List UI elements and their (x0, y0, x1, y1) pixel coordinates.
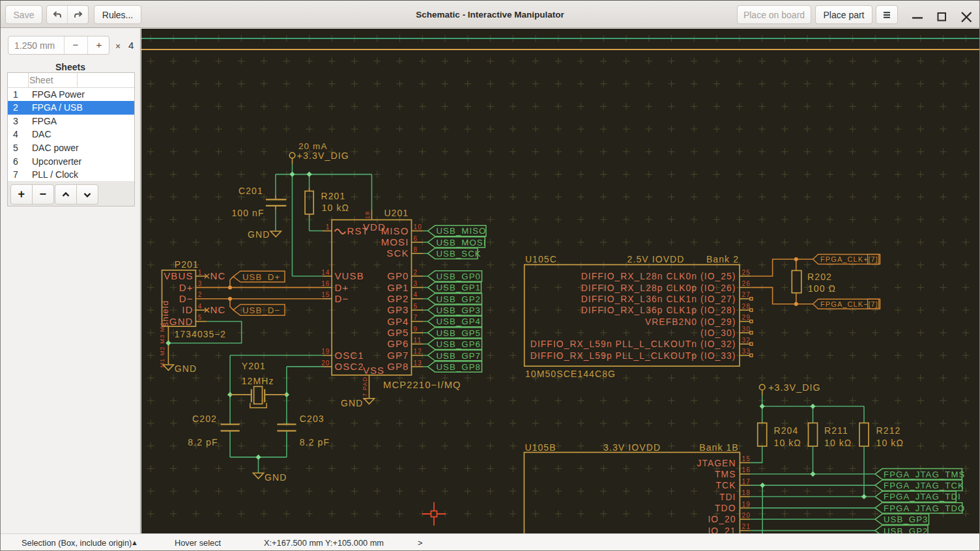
svg-text:SCK: SCK (386, 247, 409, 259)
svg-text:4: 4 (198, 303, 203, 310)
svg-text:3: 3 (198, 280, 203, 287)
svg-text:10: 10 (414, 223, 422, 231)
svg-text:NC: NC (210, 304, 226, 315)
svg-text:FPGA_JTAG_TDO: FPGA_JTAG_TDO (884, 503, 965, 513)
svg-text:RST: RST (347, 225, 369, 236)
svg-text:DIFFIO_RX_L59n PLL_L_CLKOUTn (: DIFFIO_RX_L59n PLL_L_CLKOUTn (IO_32) (530, 339, 736, 349)
svg-text:USB_SCK: USB_SCK (437, 249, 482, 259)
svg-text:D+: D+ (179, 282, 194, 293)
svg-text:VUSB: VUSB (335, 270, 364, 281)
svg-text:+3.3V_DIG: +3.3V_DIG (768, 382, 820, 393)
svg-text:MISO: MISO (381, 225, 409, 236)
svg-text:26: 26 (742, 280, 751, 287)
svg-text:USB_GP3: USB_GP3 (437, 305, 482, 315)
svg-text:D−: D− (335, 293, 349, 304)
svg-text:GP5: GP5 (387, 327, 409, 338)
svg-text:USB_D−: USB_D− (242, 305, 280, 315)
svg-text:(IO_30): (IO_30) (700, 328, 736, 338)
svg-text:DIFFIO_RX_L36n CLK1n (IO_27): DIFFIO_RX_L36n CLK1n (IO_27) (581, 294, 736, 304)
svg-text:GP4: GP4 (387, 316, 409, 327)
svg-text:FPGA_CLK+: FPGA_CLK+ (820, 255, 869, 263)
svg-text:GP6: GP6 (387, 338, 409, 349)
svg-text:[7]: [7] (868, 300, 878, 308)
svg-text:C202: C202 (192, 414, 217, 424)
svg-text:C201: C201 (238, 186, 263, 196)
svg-text:USB_GP5: USB_GP5 (437, 328, 482, 338)
svg-text:USB_MISO: USB_MISO (437, 226, 487, 236)
svg-text:FPGA_JTAG_TCK: FPGA_JTAG_TCK (884, 481, 964, 490)
svg-text:8: 8 (414, 246, 418, 253)
svg-text:GP1: GP1 (387, 282, 409, 293)
svg-text:D−: D− (179, 293, 194, 304)
svg-text:2: 2 (414, 269, 418, 276)
svg-text:19: 19 (742, 501, 751, 508)
svg-text:USB_D+: USB_D+ (242, 272, 280, 282)
svg-text:VBUS: VBUS (164, 270, 193, 281)
svg-text:1: 1 (326, 223, 330, 231)
svg-text:8.2 pF: 8.2 pF (188, 437, 218, 447)
svg-text:MOSI: MOSI (381, 236, 409, 247)
svg-text:20: 20 (321, 360, 330, 367)
svg-text:NC: NC (210, 270, 226, 281)
svg-text:20: 20 (742, 512, 751, 519)
svg-text:1734035−2: 1734035−2 (175, 330, 226, 339)
svg-text:15: 15 (742, 455, 751, 462)
svg-text:4: 4 (414, 291, 418, 298)
svg-text:U201: U201 (384, 208, 409, 218)
svg-text:DIFFIO_RX_L36p CLK1p (IO_28): DIFFIO_RX_L36p CLK1p (IO_28) (581, 305, 736, 315)
svg-text:12: 12 (414, 348, 422, 355)
svg-text:R212: R212 (876, 425, 901, 436)
svg-text:10 kΩ: 10 kΩ (774, 438, 801, 448)
svg-text:USB_GP1: USB_GP1 (437, 283, 482, 292)
svg-text:8.2 pF: 8.2 pF (300, 437, 330, 447)
svg-text:16: 16 (742, 466, 751, 473)
svg-text:20 mA: 20 mA (298, 141, 328, 151)
svg-text:10M50SCE144C8G: 10M50SCE144C8G (525, 369, 616, 379)
svg-text:JTAGEN: JTAGEN (697, 459, 736, 468)
svg-text:5: 5 (414, 303, 418, 310)
svg-text:GND: GND (265, 472, 287, 483)
svg-text:GP8: GP8 (387, 361, 409, 372)
svg-text:3.3V IOVDD: 3.3V IOVDD (603, 442, 661, 453)
svg-text:DIFFIO_RX_L59p PLL_L_CLKOUTp (: DIFFIO_RX_L59p PLL_L_CLKOUTp (IO_33) (530, 351, 736, 361)
svg-text:10 kΩ: 10 kΩ (876, 438, 904, 448)
svg-text:Bank 1B: Bank 1B (699, 442, 739, 453)
svg-text:12MHz: 12MHz (242, 376, 274, 386)
svg-text:VSS: VSS (363, 365, 384, 376)
svg-text:GP7: GP7 (387, 350, 409, 361)
svg-text:P201: P201 (175, 259, 199, 270)
svg-text:USB_GP8: USB_GP8 (437, 362, 482, 372)
svg-text:Bank 2: Bank 2 (706, 254, 739, 264)
svg-text:R202: R202 (807, 272, 832, 282)
svg-text:1: 1 (198, 269, 203, 276)
svg-text:21: 21 (742, 523, 751, 530)
svg-text:USB_GP7: USB_GP7 (437, 351, 482, 361)
svg-text:USB_GP3: USB_GP3 (884, 515, 929, 524)
svg-text:30: 30 (742, 326, 751, 333)
svg-text:TDI: TDI (719, 492, 736, 502)
svg-text:GND: GND (175, 363, 197, 374)
svg-text:7: 7 (414, 314, 418, 321)
svg-text:17 PAD: 17 PAD (362, 376, 368, 401)
svg-text:USB_GP2: USB_GP2 (437, 294, 482, 304)
svg-text:28: 28 (742, 303, 751, 310)
svg-text:2: 2 (198, 291, 203, 298)
svg-text:10 kΩ: 10 kΩ (322, 203, 349, 213)
svg-text:14: 14 (321, 269, 330, 276)
svg-text:OSC2: OSC2 (335, 361, 364, 372)
svg-text:25: 25 (742, 269, 751, 276)
svg-text:R211: R211 (824, 425, 848, 436)
svg-text:D+: D+ (335, 282, 349, 293)
svg-text:TDO: TDO (715, 503, 736, 513)
svg-text:[7]: [7] (868, 255, 878, 263)
svg-text:10 kΩ: 10 kΩ (824, 438, 852, 448)
svg-text:DIFFIO_RX_L28n CLK0n (IO_25): DIFFIO_RX_L28n CLK0n (IO_25) (581, 272, 736, 281)
svg-text:11: 11 (414, 337, 422, 344)
svg-text:9: 9 (414, 326, 418, 333)
svg-text:15: 15 (321, 291, 330, 298)
svg-text:USB_MOSI: USB_MOSI (437, 238, 487, 247)
svg-text:USB_GP6: USB_GP6 (437, 339, 482, 349)
svg-text:FPGA_CLK−: FPGA_CLK− (820, 300, 869, 308)
svg-text:ID: ID (182, 304, 193, 315)
svg-text:IO_20: IO_20 (708, 515, 736, 524)
